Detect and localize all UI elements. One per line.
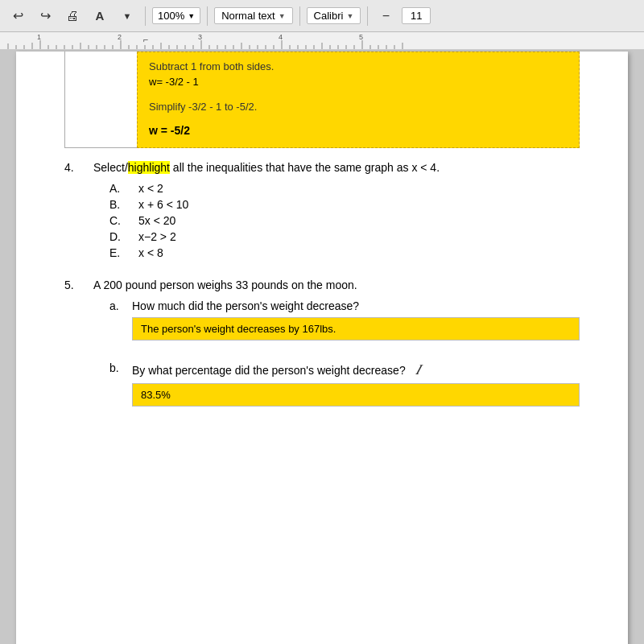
q5-content: A 200 pound person weighs 33 pounds on t… (93, 279, 580, 415)
top-yellow-box: Subtract 1 from both sides. w= -3/2 - 1 … (137, 52, 580, 148)
zoom-dropdown[interactable]: 100% ▼ (152, 7, 200, 24)
divider-4 (367, 6, 368, 26)
choice-c-letter: C. (109, 214, 126, 227)
zoom-value: 100% (158, 10, 184, 22)
redo-button[interactable]: ↪ (34, 5, 56, 27)
q5-sub-a-text: How much did the person's weight decreas… (132, 299, 580, 312)
q4-math-expr: x < 4 (411, 161, 436, 174)
choice-d-expr: x−2 > 2 (138, 230, 176, 243)
q5-sub-b-letter: b. (109, 361, 132, 407)
q4-highlight-word: highlight (128, 161, 170, 174)
pointer-button[interactable]: ▼ (116, 5, 138, 27)
left-border (64, 52, 137, 148)
q5-sub-a-content: How much did the person's weight decreas… (132, 299, 580, 349)
choice-d-letter: D. (109, 230, 126, 243)
q4-content: Select/highlight all the inequalities th… (93, 161, 580, 262)
font-style-button[interactable]: A (89, 5, 111, 27)
top-box-line3: Simplify -3/2 - 1 to -5/2. (149, 101, 568, 113)
style-label: Normal text (221, 10, 275, 22)
font-style-icon: A (96, 9, 105, 23)
q5-sub-b-answer-box[interactable]: 83.5% (132, 383, 580, 407)
q4-text-before: Select/ (93, 161, 128, 174)
q5-sub-a: a. How much did the person's weight decr… (109, 299, 580, 349)
top-box-line1: Subtract 1 from both sides. (149, 60, 568, 72)
choice-d: D. x−2 > 2 (109, 230, 580, 243)
choice-b-expr: x + 6 < 10 (138, 198, 188, 211)
divider-1 (145, 6, 146, 26)
choice-e: E. x < 8 (109, 246, 580, 259)
q5-sub-b-content: By what percentage did the person's weig… (132, 361, 580, 407)
q5-sub-b-text: By what percentage did the person's weig… (132, 361, 580, 378)
q5-sub-a-letter: a. (109, 299, 132, 349)
pointer-icon: ▼ (123, 11, 132, 21)
q4-period: . (436, 161, 440, 174)
choice-a-expr: x < 2 (138, 182, 163, 195)
question-5-block: 5. A 200 pound person weighs 33 pounds o… (64, 279, 580, 415)
q5-number: 5. (64, 279, 93, 415)
question-4-block: 4. Select/highlight all the inequalities… (64, 161, 580, 262)
text-cursor-icon: 𝐼 (415, 361, 420, 378)
svg-text:4: 4 (279, 33, 283, 41)
svg-text:1: 1 (37, 33, 41, 41)
svg-text:5: 5 (359, 33, 363, 41)
print-icon: 🖨 (66, 9, 79, 23)
style-dropdown[interactable]: Normal text ▼ (214, 7, 292, 24)
zoom-arrow: ▼ (188, 12, 195, 20)
ruler: 1 2 3 4 (0, 32, 644, 50)
divider-2 (207, 6, 208, 26)
font-size-value: 11 (411, 10, 422, 22)
divider-3 (299, 6, 300, 26)
font-label: Calibri (314, 10, 344, 22)
font-dropdown[interactable]: Calibri ▼ (307, 7, 361, 24)
page: Subtract 1 from both sides. w= -3/2 - 1 … (16, 52, 628, 644)
redo-icon: ↪ (40, 8, 51, 23)
undo-icon: ↩ (13, 8, 23, 23)
font-arrow: ▼ (346, 12, 353, 20)
q4-text-after: all the inequalities that have the same … (170, 161, 411, 174)
choice-a-letter: A. (109, 182, 126, 195)
toolbar: ↩ ↪ 🖨 A ▼ 100% ▼ Normal text ▼ Calibri ▼… (0, 0, 644, 32)
choice-c-expr: 5x < 20 (138, 214, 175, 227)
prev-answer-section: Subtract 1 from both sides. w= -3/2 - 1 … (64, 52, 580, 148)
q5-text: A 200 pound person weighs 33 pounds on t… (93, 279, 580, 291)
choice-e-letter: E. (109, 246, 126, 259)
svg-text:3: 3 (198, 33, 202, 41)
q4-text: Select/highlight all the inequalities th… (93, 161, 580, 174)
top-box-line4: w = -5/2 (149, 124, 568, 137)
font-size-minus-button[interactable]: − (374, 5, 397, 27)
choice-b: B. x + 6 < 10 (109, 198, 580, 211)
font-size-minus-icon: − (382, 9, 390, 23)
font-size-input[interactable]: 11 (402, 7, 431, 24)
choice-e-expr: x < 8 (138, 246, 163, 259)
document-area: Subtract 1 from both sides. w= -3/2 - 1 … (0, 50, 644, 644)
choice-b-letter: B. (109, 198, 126, 211)
q5-sub-b-answer-partial: 83.5% (141, 389, 171, 401)
choice-c: C. 5x < 20 (109, 214, 580, 227)
q4-number: 4. (64, 161, 93, 262)
q5-sub-b: b. By what percentage did the person's w… (109, 361, 580, 407)
choice-a: A. x < 2 (109, 182, 580, 195)
q4-choices: A. x < 2 B. x + 6 < 10 C. 5x < 20 D. x−2… (109, 182, 580, 259)
print-button[interactable]: 🖨 (61, 5, 84, 27)
svg-text:2: 2 (118, 33, 122, 41)
q5-sub-a-answer-box[interactable]: The person's weight decreases by 167lbs. (132, 317, 580, 341)
q5-sub-a-answer: The person's weight decreases by 167lbs. (141, 323, 336, 335)
style-arrow: ▼ (279, 12, 286, 20)
top-box-line2: w= -3/2 - 1 (149, 76, 568, 88)
q5-sub-b-text-label: By what percentage did the person's weig… (132, 364, 406, 377)
undo-button[interactable]: ↩ (6, 5, 29, 27)
